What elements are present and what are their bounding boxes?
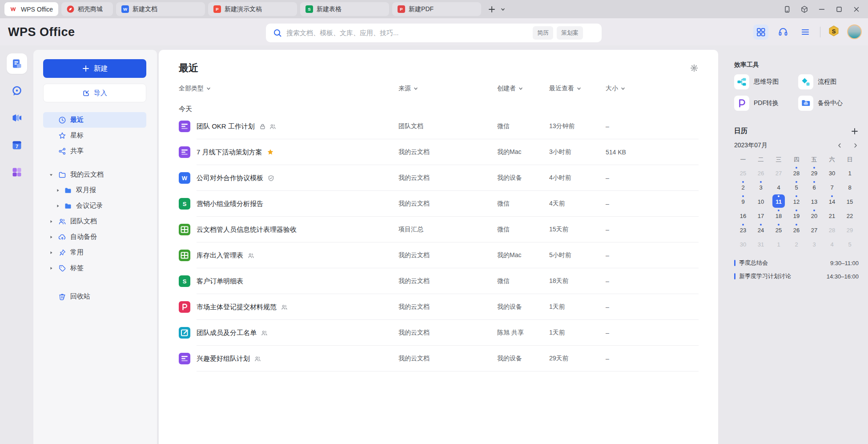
calendar-day[interactable]: 23 [734, 222, 752, 237]
calendar-day[interactable]: 10 [752, 194, 770, 208]
calendar-day[interactable]: 2 [734, 180, 752, 194]
settings-gear-icon[interactable] [690, 64, 699, 73]
caret-right-icon[interactable] [49, 219, 53, 224]
tab-新建文档[interactable]: W新建文档 [116, 2, 205, 16]
tool-备份中心[interactable]: 备份中心 [798, 96, 861, 111]
calendar-event[interactable]: 新季度学习计划讨论14:30–16:00 [734, 270, 859, 283]
caret-right-icon[interactable] [49, 235, 53, 239]
calendar-day[interactable]: 4 [823, 237, 841, 251]
rail-meetings[interactable] [7, 108, 27, 128]
search-input[interactable]: 搜索文档、模板、文库、应用、技巧... [286, 29, 529, 37]
search-bar[interactable]: 搜索文档、模板、文库、应用、技巧... 简历策划案 [266, 24, 602, 42]
sidebar-item-会议记录[interactable]: 会议记录 [43, 198, 146, 214]
tab-稻壳商城[interactable]: 稻壳商城 [61, 2, 113, 16]
sidebar-item-回收站[interactable]: 回收站 [43, 289, 146, 304]
calendar-day[interactable]: 20 [805, 208, 823, 222]
rail-documents[interactable] [7, 53, 27, 74]
workspace-button[interactable] [797, 3, 812, 16]
calendar-day[interactable]: 3 [805, 237, 823, 251]
file-row[interactable]: S营销小组业绩分析报告我的云文档微信4天前– [179, 191, 699, 217]
calendar-day[interactable]: 8 [841, 180, 859, 194]
calendar-day[interactable]: 25 [734, 165, 752, 180]
calendar-day[interactable]: 4 [770, 180, 788, 194]
calendar-day[interactable]: 3 [752, 180, 770, 194]
calendar-day[interactable]: 5 [841, 237, 859, 251]
calendar-day[interactable]: 24 [752, 222, 770, 237]
calendar-day[interactable]: 12 [788, 194, 805, 208]
new-tab-button[interactable] [488, 5, 496, 13]
calendar-day[interactable]: 26 [752, 165, 770, 180]
calendar-prev-button[interactable] [836, 142, 843, 149]
calendar-day[interactable]: 16 [734, 208, 752, 222]
calendar-day[interactable]: 9 [734, 194, 752, 208]
filter-来源[interactable]: 来源 [398, 85, 497, 93]
calendar-day[interactable]: 2 [788, 237, 805, 251]
calendar-day[interactable]: 25 [770, 222, 788, 237]
sidebar-item-星标[interactable]: 星标 [43, 128, 146, 143]
file-row[interactable]: S客户订单明细表我的云文档微信18天前– [179, 268, 699, 294]
sidebar-item-双月报[interactable]: 双月报 [43, 182, 146, 198]
file-row[interactable]: 团队 OKR 工作计划团队文档微信13分钟前– [179, 113, 699, 139]
calendar-day[interactable]: 29 [841, 222, 859, 237]
sidebar-item-共享[interactable]: 共享 [43, 143, 146, 159]
filter-大小[interactable]: 大小 [606, 85, 699, 93]
file-row[interactable]: 兴趣爱好组队计划我的云文档我的设备29天前– [179, 346, 699, 371]
user-avatar[interactable] [847, 24, 862, 39]
sidebar-item-我的云文档[interactable]: 我的云文档 [43, 167, 146, 182]
calendar-day[interactable]: 11 [770, 194, 788, 208]
sidebar-item-最近[interactable]: 最近 [43, 112, 146, 128]
tool-思维导图[interactable]: 思维导图 [734, 74, 798, 89]
filter-创建者[interactable]: 创建者 [497, 85, 549, 93]
file-row[interactable]: 市场主体登记提交材料规范我的云文档我的设备1天前– [179, 294, 699, 320]
mobile-view-button[interactable] [780, 3, 794, 16]
search-suggestion-chip[interactable]: 简历 [533, 26, 553, 40]
customer-service-button[interactable] [776, 24, 791, 40]
tab-list-button[interactable] [500, 7, 506, 12]
tab-新建PDF[interactable]: P新建PDF [392, 2, 481, 16]
home-apps-button[interactable] [753, 24, 768, 40]
calendar-day[interactable]: 13 [805, 194, 823, 208]
calendar-event[interactable]: 季度总结会9:30–11:00 [734, 256, 859, 270]
calendar-day[interactable]: 7 [823, 180, 841, 194]
calendar-day[interactable]: 1 [770, 237, 788, 251]
calendar-day[interactable]: 18 [770, 208, 788, 222]
calendar-day[interactable]: 17 [752, 208, 770, 222]
caret-right-icon[interactable] [56, 204, 60, 208]
file-row[interactable]: 云文档管人员信息统计表理器验收项目汇总微信15天前– [179, 217, 699, 242]
calendar-day[interactable]: 21 [823, 208, 841, 222]
calendar-day[interactable]: 28 [823, 222, 841, 237]
caret-right-icon[interactable] [49, 250, 53, 255]
calendar-day[interactable]: 29 [805, 165, 823, 180]
file-row[interactable]: 团队成员及分工名单我的云文档陈旭 共享1天前– [179, 320, 699, 346]
calendar-day[interactable]: 26 [788, 222, 805, 237]
calendar-day[interactable]: 27 [805, 222, 823, 237]
caret-right-icon[interactable] [49, 266, 53, 270]
calendar-day[interactable]: 1 [841, 165, 859, 180]
member-badge[interactable]: S [828, 25, 840, 39]
rail-calendar[interactable]: 7 [7, 135, 27, 155]
calendar-day[interactable]: 30 [734, 237, 752, 251]
rail-messages[interactable] [7, 81, 27, 101]
maximize-button[interactable] [832, 3, 846, 16]
tool-流程图[interactable]: 流程图 [798, 74, 861, 89]
calendar-add-button[interactable] [851, 127, 859, 135]
file-row[interactable]: W公司对外合作协议模板我的云文档我的设备4小时前– [179, 165, 699, 191]
caret-right-icon[interactable] [56, 188, 60, 193]
tab-新建演示文稿[interactable]: P新建演示文稿 [208, 2, 297, 16]
calendar-next-button[interactable] [852, 142, 859, 149]
tool-PDF转换[interactable]: PDF转换 [734, 96, 798, 111]
sidebar-item-自动备份[interactable]: 自动备份 [43, 229, 146, 245]
calendar-day[interactable]: 31 [752, 237, 770, 251]
calendar-day[interactable]: 30 [823, 165, 841, 180]
search-suggestion-chip[interactable]: 策划案 [557, 26, 583, 40]
new-document-button[interactable]: 新建 [43, 59, 146, 78]
filter-全部类型[interactable]: 全部类型 [179, 85, 398, 93]
calendar-day[interactable]: 27 [770, 165, 788, 180]
filter-最近查看[interactable]: 最近查看 [549, 85, 606, 93]
minimize-button[interactable] [815, 3, 829, 16]
sidebar-item-常用[interactable]: 常用 [43, 245, 146, 260]
calendar-day[interactable]: 5 [788, 180, 805, 194]
sidebar-item-标签[interactable]: 标签 [43, 260, 146, 276]
calendar-day[interactable]: 14 [823, 194, 841, 208]
tab-WPS Office[interactable]: WPS Office [4, 2, 58, 16]
